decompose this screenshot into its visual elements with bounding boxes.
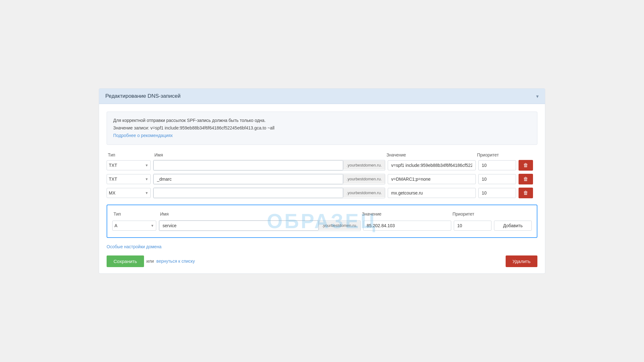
info-line2: Значение записи: v=spf1 include:959eb88b… [113,124,531,132]
new-col-name-label: Имя [160,211,359,217]
info-line1: Для корректной отправки рассылок SPF-зап… [113,117,531,124]
domain-suffix-2: .yourbestdomen.ru. [343,174,385,184]
special-settings-link[interactable]: Особые настройки домена [107,244,537,249]
type-select-wrapper-2[interactable]: TXT A MX CNAME ▼ [107,174,151,184]
return-link[interactable]: вернуться к списку [156,259,195,264]
new-name-field: .yourbestdomen.ru. [159,220,361,231]
page-wrapper: Редактирование DNS-записей ▾ Для коррект… [99,88,545,273]
select-arrow-icon-1: ▼ [143,163,150,167]
card-header: Редактирование DNS-записей ▾ [99,89,545,104]
col-name-label: Имя [154,152,384,157]
new-col-priority-label: Приоритет [452,211,490,217]
new-col-action-label [493,211,530,217]
delete-button-1[interactable]: 🗑 [519,160,533,171]
new-col-type-label: Тип [114,211,158,217]
type-select-2[interactable]: TXT A MX CNAME [107,174,143,184]
type-select-3[interactable]: MX A TXT CNAME [107,188,143,198]
name-input-1[interactable] [153,160,343,170]
footer-actions: Сохранить или вернуться к списку Удалить [107,254,537,267]
col-priority-label: Приоритет [477,152,515,157]
footer-left: Сохранить или вернуться к списку [107,255,195,267]
or-text: или [147,259,154,264]
value-input-1[interactable] [388,160,476,170]
delete-button-2[interactable]: 🗑 [519,174,533,184]
save-button[interactable]: Сохранить [107,255,144,267]
new-type-select-wrapper[interactable]: A AAAA CNAME MX TXT ▼ [112,221,156,231]
card-title: Редактирование DNS-записей [105,93,180,99]
new-name-input[interactable] [159,221,319,231]
value-input-3[interactable] [388,188,476,198]
new-priority-input[interactable] [454,221,491,231]
new-col-value-label: Значение [362,211,450,217]
table-row: TXT A MX CNAME ▼ .yourbestdomen.ru. 🗑 [107,160,537,171]
new-record-row: A AAAA CNAME MX TXT ▼ .yourbestdomen.ru. [112,220,532,231]
domain-suffix-1: .yourbestdomen.ru. [343,161,385,170]
select-arrow-icon-2: ▼ [143,177,150,181]
delete-domain-button[interactable]: Удалить [506,255,537,267]
new-type-select[interactable]: A AAAA CNAME MX TXT [113,221,149,230]
col-type-label: Тип [108,152,152,157]
type-select-wrapper-1[interactable]: TXT A MX CNAME ▼ [107,160,151,170]
table-row: TXT A MX CNAME ▼ .yourbestdomen.ru. 🗑 [107,174,537,184]
new-record-section: ОБРАЗЕЦ Тип Имя Значение Приоритет A AAA… [107,205,537,238]
select-arrow-icon-3: ▼ [143,191,150,195]
col-action-label [517,152,536,157]
name-field-3: .yourbestdomen.ru. [153,188,385,198]
value-input-2[interactable] [388,174,476,184]
table-header-row: Тип Имя Значение Приоритет [107,152,537,157]
card-body: Для корректной отправки рассылок SPF-зап… [99,104,545,273]
domain-suffix-3: .yourbestdomen.ru. [343,188,385,197]
recommendations-link[interactable]: Подробнее о рекомендациях [113,133,173,138]
new-value-input[interactable] [363,221,451,231]
priority-input-1[interactable] [478,160,516,170]
col-value-label: Значение [386,152,475,157]
info-box: Для корректной отправки рассылок SPF-зап… [107,112,537,145]
name-input-3[interactable] [153,188,343,198]
dns-editor-card: Редактирование DNS-записей ▾ Для коррект… [99,88,545,273]
type-select-1[interactable]: TXT A MX CNAME [107,161,143,170]
name-field-2: .yourbestdomen.ru. [153,174,385,184]
delete-button-3[interactable]: 🗑 [519,188,533,198]
new-select-arrow-icon: ▼ [149,224,156,228]
new-record-header: Тип Имя Значение Приоритет [112,211,532,217]
name-input-2[interactable] [153,174,343,184]
collapse-icon[interactable]: ▾ [536,93,539,99]
type-select-wrapper-3[interactable]: MX A TXT CNAME ▼ [107,188,151,198]
priority-input-2[interactable] [478,174,516,184]
priority-input-3[interactable] [478,188,516,198]
add-record-button[interactable]: Добавить [494,221,532,231]
new-domain-suffix: .yourbestdomen.ru. [319,221,360,230]
table-row: MX A TXT CNAME ▼ .yourbestdomen.ru. 🗑 [107,188,537,198]
name-field-1: .yourbestdomen.ru. [153,160,385,171]
existing-records-section: Тип Имя Значение Приоритет TXT A MX CNAM… [107,152,537,198]
